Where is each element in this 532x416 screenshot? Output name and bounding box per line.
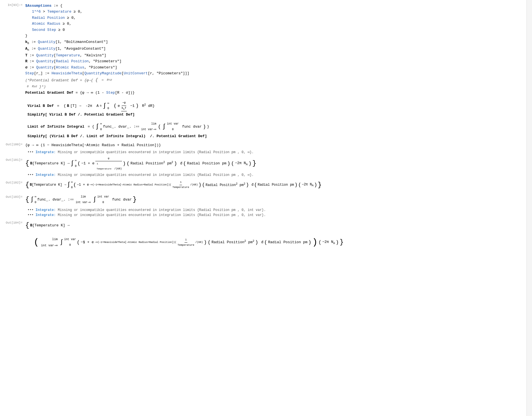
output-content-100: {φ → ∞ (1 − HeavisideTheta[−Atomic Radiu… <box>25 142 161 148</box>
right-gutter <box>526 0 532 416</box>
cell-in93: In[93]:= $Assumptions := { 1*^6 > Temper… <box>3 3 522 96</box>
code-line: An := Quantity[1, "AvogadroConstant"] <box>25 46 522 52</box>
cell-out102: Out[102]= { B[Temperature K] → ∫ ∞0 ( −1… <box>3 179 522 192</box>
cell-simplify2: Simplify[ (Virial B Def /. Limit of Infi… <box>3 134 522 138</box>
simplify1-content: Simplify[ Virial B Def /. Potential Grad… <box>27 112 135 117</box>
warning-content-2: ••• Integrate: Missing or incompatible q… <box>27 173 254 177</box>
cell-out103: Out[103]= { ∫ ∞0 func_. dvar_. :⩵ lim in… <box>3 193 522 206</box>
code-line: T := Quantity[Temperature, "Kelvins"] <box>25 52 522 58</box>
code-line: Step[r_] := HeavisideTheta[QuantityMagni… <box>25 70 522 76</box>
warning-2: ••• Integrate: Missing or incompatible q… <box>3 173 522 177</box>
code-line: $Assumptions := { <box>25 3 522 9</box>
simplify2-content: Simplify[ (Virial B Def /. Limit of Infi… <box>27 134 207 138</box>
output-content-103: { ∫ ∞0 func_. dvar_. :⩵ lim int var→∞ ∫ … <box>25 193 137 206</box>
code-line: } <box>25 33 522 39</box>
warning-1: ••• Integrate: Missing or incompatible q… <box>3 150 522 154</box>
warning-4: ••• Integrate: Missing or incompatible q… <box>3 213 522 217</box>
code-line: kb := Quantity[1, "BoltzmannConstant"] <box>25 39 522 46</box>
code-line: Potential Gradient Def = {φ → ∞ (1 - Ste… <box>25 90 522 96</box>
warning-content-4: ••• Integrate: Missing or incompatible q… <box>27 213 266 217</box>
output-label-103: Out[103]= <box>3 193 25 199</box>
warning-content-1: ••• Integrate: Missing or incompatible q… <box>27 150 254 154</box>
comment-line: (*Potential Gradient Def = {φ→{ { ∞ R<σ … <box>25 77 522 90</box>
code-line: 1*^6 > Temperature ≥ 0, <box>25 9 522 15</box>
cell-out104: Out[104]= { B[Temperature K] → ( lim int… <box>3 219 522 251</box>
code-line: R := Quantity[Radial Position, "Picomete… <box>25 58 522 64</box>
warning-content-3: ••• Integrate: Missing or incompatible q… <box>27 208 266 212</box>
output-label-101: Out[101]= <box>3 156 25 162</box>
input-label-93: In[93]:= <box>3 3 25 7</box>
output-label-102: Out[102]= <box>3 179 25 184</box>
cell-out101: Out[101]= { B[Temperature K] → ∫ ∞0 ( −1… <box>3 156 522 171</box>
code-line: Radial Position ≥ 0, <box>25 15 522 21</box>
code-line: σ := Quantity[Atomic Radius, "Picometers… <box>25 65 522 70</box>
cell-out100: Out[100]= {φ → ∞ (1 − HeavisideTheta[−At… <box>3 142 522 148</box>
output-label-100: Out[100]= <box>3 142 25 146</box>
output-content-104: { B[Temperature K] → ( lim int var→∞ ∫ i… <box>25 219 344 251</box>
cell-simplify1: Simplify[ Virial B Def /. Potential Grad… <box>3 112 522 117</box>
cell-limit-def: Limit of Infinite Integral = { ∫ ∞0 func… <box>3 121 522 133</box>
limit-def-content: Limit of Infinite Integral = { ∫ ∞0 func… <box>27 121 209 133</box>
cell-virial-def: Virial B Def = { B[T] → -2π An ∫ ∞0 ( e … <box>3 100 522 112</box>
warning-3: ••• Integrate: Missing or incompatible q… <box>3 208 522 212</box>
code-line: Atomic Radius ≥ 0, <box>25 21 522 27</box>
virial-def-content: Virial B Def = { B[T] → -2π An ∫ ∞0 ( e … <box>27 100 155 112</box>
code-line: Second Step ≥ 0 <box>25 27 522 33</box>
output-content-101: { B[Temperature K] → ∫ ∞0 ( −1 + e φ 1 T… <box>25 156 256 171</box>
input-content-93[interactable]: $Assumptions := { 1*^6 > Temperature ≥ 0… <box>25 3 522 96</box>
output-content-102: { B[Temperature K] → ∫ ∞0 ( −1 + e −∞(−1… <box>25 179 322 192</box>
output-label-104: Out[104]= <box>3 219 25 224</box>
